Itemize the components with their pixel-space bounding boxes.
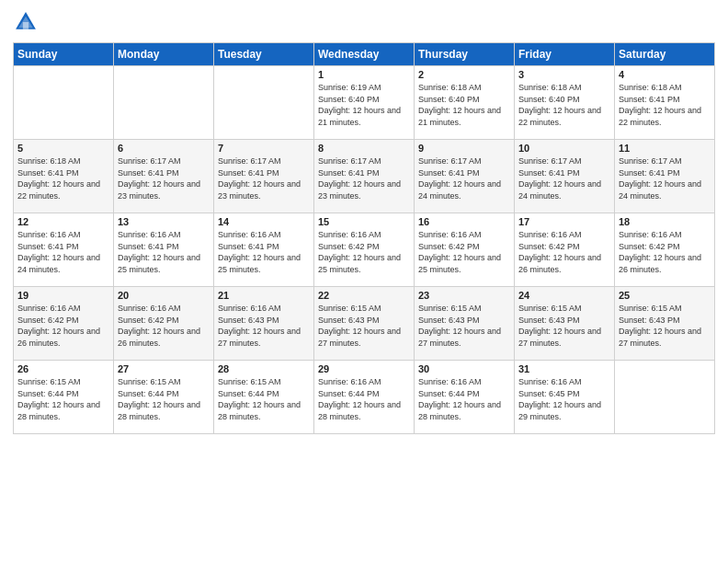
day-number: 4 xyxy=(619,69,711,80)
day-info: Sunrise: 6:16 AMSunset: 6:42 PMDaylight:… xyxy=(518,229,610,275)
sunrise-text: Sunrise: 6:18 AM xyxy=(418,82,510,94)
sunset-text: Sunset: 6:40 PM xyxy=(418,94,510,106)
sunset-text: Sunset: 6:41 PM xyxy=(218,241,310,253)
day-number: 6 xyxy=(118,143,210,154)
sunrise-text: Sunrise: 6:18 AM xyxy=(518,82,610,94)
sunrise-text: Sunrise: 6:16 AM xyxy=(118,303,210,315)
sunset-text: Sunset: 6:42 PM xyxy=(318,241,410,253)
day-number: 16 xyxy=(418,216,510,227)
sunset-text: Sunset: 6:42 PM xyxy=(118,315,210,327)
daylight-text: Daylight: 12 hours and 25 minutes. xyxy=(418,252,510,275)
sunset-text: Sunset: 6:41 PM xyxy=(17,241,109,253)
sunrise-text: Sunrise: 6:16 AM xyxy=(418,229,510,241)
day-cell-5: 5Sunrise: 6:18 AMSunset: 6:41 PMDaylight… xyxy=(14,140,114,213)
sunset-text: Sunset: 6:41 PM xyxy=(619,167,711,179)
daylight-text: Daylight: 12 hours and 27 minutes. xyxy=(418,326,510,349)
day-cell-14: 14Sunrise: 6:16 AMSunset: 6:41 PMDayligh… xyxy=(214,213,314,287)
logo-icon xyxy=(13,9,39,35)
daylight-text: Daylight: 12 hours and 28 minutes. xyxy=(418,399,510,422)
daylight-text: Daylight: 12 hours and 27 minutes. xyxy=(619,326,711,349)
daylight-text: Daylight: 12 hours and 29 minutes. xyxy=(518,399,610,422)
daylight-text: Daylight: 12 hours and 23 minutes. xyxy=(318,178,410,201)
day-cell-13: 13Sunrise: 6:16 AMSunset: 6:41 PMDayligh… xyxy=(114,213,214,287)
day-info: Sunrise: 6:17 AMSunset: 6:41 PMDaylight:… xyxy=(118,155,210,201)
day-info: Sunrise: 6:19 AMSunset: 6:40 PMDaylight:… xyxy=(318,82,410,128)
day-info: Sunrise: 6:16 AMSunset: 6:41 PMDaylight:… xyxy=(118,229,210,275)
day-info: Sunrise: 6:16 AMSunset: 6:41 PMDaylight:… xyxy=(218,229,310,275)
sunset-text: Sunset: 6:45 PM xyxy=(518,388,610,400)
day-info: Sunrise: 6:15 AMSunset: 6:43 PMDaylight:… xyxy=(619,303,711,349)
sunrise-text: Sunrise: 6:15 AM xyxy=(318,303,410,315)
day-number: 22 xyxy=(318,290,410,301)
sunrise-text: Sunrise: 6:16 AM xyxy=(418,376,510,388)
empty-cell xyxy=(214,66,314,140)
day-number: 1 xyxy=(318,69,410,80)
daylight-text: Daylight: 12 hours and 28 minutes. xyxy=(318,399,410,422)
day-number: 11 xyxy=(619,143,711,154)
day-info: Sunrise: 6:16 AMSunset: 6:42 PMDaylight:… xyxy=(619,229,711,275)
day-info: Sunrise: 6:15 AMSunset: 6:44 PMDaylight:… xyxy=(118,376,210,422)
day-cell-28: 28Sunrise: 6:15 AMSunset: 6:44 PMDayligh… xyxy=(214,361,314,434)
week-row-1: 1Sunrise: 6:19 AMSunset: 6:40 PMDaylight… xyxy=(14,66,715,140)
day-cell-19: 19Sunrise: 6:16 AMSunset: 6:42 PMDayligh… xyxy=(14,287,114,361)
sunrise-text: Sunrise: 6:16 AM xyxy=(318,376,410,388)
day-number: 15 xyxy=(318,216,410,227)
daylight-text: Daylight: 12 hours and 27 minutes. xyxy=(218,326,310,349)
sunset-text: Sunset: 6:44 PM xyxy=(218,388,310,400)
sunset-text: Sunset: 6:43 PM xyxy=(318,315,410,327)
day-cell-4: 4Sunrise: 6:18 AMSunset: 6:41 PMDaylight… xyxy=(615,66,715,140)
daylight-text: Daylight: 12 hours and 28 minutes. xyxy=(218,399,310,422)
sunset-text: Sunset: 6:42 PM xyxy=(619,241,711,253)
day-cell-21: 21Sunrise: 6:16 AMSunset: 6:43 PMDayligh… xyxy=(214,287,314,361)
day-number: 23 xyxy=(418,290,510,301)
day-cell-7: 7Sunrise: 6:17 AMSunset: 6:41 PMDaylight… xyxy=(214,140,314,213)
day-cell-24: 24Sunrise: 6:15 AMSunset: 6:43 PMDayligh… xyxy=(515,287,615,361)
day-cell-25: 25Sunrise: 6:15 AMSunset: 6:43 PMDayligh… xyxy=(615,287,715,361)
sunrise-text: Sunrise: 6:16 AM xyxy=(218,229,310,241)
day-info: Sunrise: 6:15 AMSunset: 6:43 PMDaylight:… xyxy=(518,303,610,349)
sunset-text: Sunset: 6:41 PM xyxy=(118,241,210,253)
day-info: Sunrise: 6:17 AMSunset: 6:41 PMDaylight:… xyxy=(218,155,310,201)
sunrise-text: Sunrise: 6:17 AM xyxy=(118,155,210,167)
day-info: Sunrise: 6:16 AMSunset: 6:44 PMDaylight:… xyxy=(418,376,510,422)
sunrise-text: Sunrise: 6:15 AM xyxy=(17,376,109,388)
sunset-text: Sunset: 6:44 PM xyxy=(318,388,410,400)
weekday-header-tuesday: Tuesday xyxy=(214,43,314,66)
daylight-text: Daylight: 12 hours and 22 minutes. xyxy=(17,178,109,201)
daylight-text: Daylight: 12 hours and 26 minutes. xyxy=(118,326,210,349)
day-number: 31 xyxy=(518,363,610,374)
day-number: 24 xyxy=(518,290,610,301)
sunset-text: Sunset: 6:43 PM xyxy=(518,315,610,327)
sunset-text: Sunset: 6:44 PM xyxy=(17,388,109,400)
day-cell-12: 12Sunrise: 6:16 AMSunset: 6:41 PMDayligh… xyxy=(14,213,114,287)
sunrise-text: Sunrise: 6:16 AM xyxy=(518,376,610,388)
day-number: 25 xyxy=(619,290,711,301)
daylight-text: Daylight: 12 hours and 26 minutes. xyxy=(619,252,711,275)
day-cell-17: 17Sunrise: 6:16 AMSunset: 6:42 PMDayligh… xyxy=(515,213,615,287)
daylight-text: Daylight: 12 hours and 26 minutes. xyxy=(17,326,109,349)
day-cell-23: 23Sunrise: 6:15 AMSunset: 6:43 PMDayligh… xyxy=(415,287,515,361)
day-info: Sunrise: 6:15 AMSunset: 6:44 PMDaylight:… xyxy=(218,376,310,422)
day-cell-6: 6Sunrise: 6:17 AMSunset: 6:41 PMDaylight… xyxy=(114,140,214,213)
day-info: Sunrise: 6:16 AMSunset: 6:42 PMDaylight:… xyxy=(418,229,510,275)
sunrise-text: Sunrise: 6:15 AM xyxy=(619,303,711,315)
week-row-2: 5Sunrise: 6:18 AMSunset: 6:41 PMDaylight… xyxy=(14,140,715,213)
weekday-header-monday: Monday xyxy=(114,43,214,66)
weekday-header-thursday: Thursday xyxy=(415,43,515,66)
day-cell-3: 3Sunrise: 6:18 AMSunset: 6:40 PMDaylight… xyxy=(515,66,615,140)
day-cell-11: 11Sunrise: 6:17 AMSunset: 6:41 PMDayligh… xyxy=(615,140,715,213)
sunrise-text: Sunrise: 6:16 AM xyxy=(17,303,109,315)
sunset-text: Sunset: 6:42 PM xyxy=(518,241,610,253)
day-number: 19 xyxy=(17,290,109,301)
sunrise-text: Sunrise: 6:17 AM xyxy=(318,155,410,167)
day-cell-2: 2Sunrise: 6:18 AMSunset: 6:40 PMDaylight… xyxy=(415,66,515,140)
sunset-text: Sunset: 6:44 PM xyxy=(118,388,210,400)
daylight-text: Daylight: 12 hours and 26 minutes. xyxy=(518,252,610,275)
day-number: 2 xyxy=(418,69,510,80)
day-number: 12 xyxy=(17,216,109,227)
sunset-text: Sunset: 6:43 PM xyxy=(218,315,310,327)
sunrise-text: Sunrise: 6:16 AM xyxy=(218,303,310,315)
empty-cell xyxy=(114,66,214,140)
weekday-header-saturday: Saturday xyxy=(615,43,715,66)
day-cell-29: 29Sunrise: 6:16 AMSunset: 6:44 PMDayligh… xyxy=(314,361,415,434)
